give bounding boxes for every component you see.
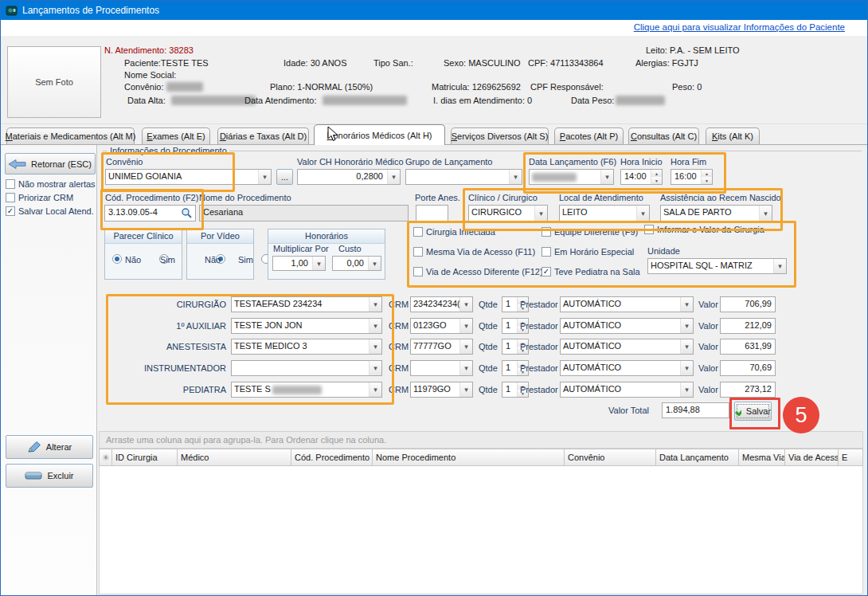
valor-field[interactable]: 706,99: [720, 296, 776, 312]
local-atendimento-combo[interactable]: LEITO ▾: [559, 205, 650, 222]
patient-info-link[interactable]: Clique aqui para visualizar Informações …: [634, 22, 845, 32]
prestador-combo[interactable]: AUTOMÁTICO ▾: [560, 382, 694, 398]
convenio-combo[interactable]: UNIMED GOIANIA ▾: [105, 169, 272, 185]
search-icon[interactable]: [181, 207, 193, 219]
chevron-down-icon[interactable]: ▾: [312, 257, 325, 270]
team-name-combo-cirurgiao[interactable]: TESTAEFASD 234234 ▾: [231, 296, 382, 312]
retornar-button[interactable]: Retornar (ESC): [5, 153, 96, 174]
tab-exames[interactable]: Exames (Alt E): [142, 127, 210, 144]
chevron-down-icon[interactable]: ▾: [387, 170, 400, 184]
team-name-combo-auxiliar[interactable]: TESTE JON JON ▾: [231, 318, 382, 334]
unidade-combo[interactable]: HOSPITAL SQL - MATRIZ ▾: [647, 258, 787, 274]
chevron-down-icon[interactable]: ▾: [459, 297, 472, 312]
tab-kits[interactable]: Kits (Alt K): [706, 127, 760, 144]
grid-column-data-lancamento[interactable]: Data Lançamento: [656, 449, 739, 466]
valor-field[interactable]: 70,69: [720, 360, 776, 376]
alterar-button[interactable]: Alterar: [6, 435, 93, 459]
team-name-combo-instrumentador[interactable]: ▾: [231, 360, 382, 376]
prestador-combo[interactable]: AUTOMÁTICO ▾: [560, 318, 694, 334]
chevron-down-icon[interactable]: ▾: [680, 339, 693, 354]
checkbox-teve-pediatra[interactable]: ✓ Teve Pediatra na Sala: [542, 267, 640, 276]
checkbox-informar-valor[interactable]: Informar o Valor da Cirurgia: [644, 225, 764, 234]
tab-servicos[interactable]: Serviços Diversos (Alt S): [451, 127, 549, 144]
tab-pacotes[interactable]: Pacotes (Alt P): [554, 127, 624, 144]
valor-field[interactable]: 212,09: [720, 318, 776, 334]
chevron-down-icon[interactable]: ▾: [369, 319, 381, 333]
checkbox-horario-especial[interactable]: Em Horário Especial: [542, 247, 634, 257]
checkbox-priorizar-crm[interactable]: Priorizar CRM: [6, 193, 73, 202]
grid-column-id-cirurgia[interactable]: ID Cirurgia: [112, 449, 178, 466]
grid-column-convenio[interactable]: Convênio: [565, 449, 656, 466]
chevron-down-icon[interactable]: ▾: [680, 297, 693, 312]
chevron-down-icon[interactable]: ▾: [368, 257, 381, 270]
prestador-combo[interactable]: AUTOMÁTICO ▾: [560, 296, 694, 312]
chevron-down-icon[interactable]: ▾: [680, 319, 693, 333]
chevron-down-icon[interactable]: ▾: [636, 206, 649, 221]
hora-inicio-spinner[interactable]: 14:00 ▲▼: [620, 169, 663, 185]
parecer-nao-radio[interactable]: [112, 254, 122, 264]
chevron-down-icon[interactable]: ▾: [534, 206, 547, 221]
grid-column-via-acesso[interactable]: Via de Acesso: [785, 449, 839, 466]
chevron-down-icon[interactable]: ▾: [509, 170, 522, 184]
chevron-down-icon[interactable]: ▾: [773, 259, 786, 273]
checkbox-equipe-diferente[interactable]: Equipe Diferente (F9): [542, 227, 638, 237]
chevron-down-icon[interactable]: ▾: [258, 170, 271, 184]
team-name-combo-pediatra[interactable]: TESTE S ▾: [231, 382, 382, 398]
checkbox-cirurgia-infectada[interactable]: Cirurgia Infectada: [413, 227, 495, 237]
checkbox-via-diferente[interactable]: Via de Acesso Diferente (F12): [413, 267, 543, 276]
prestador-combo[interactable]: AUTOMÁTICO ▾: [560, 339, 694, 355]
valor-field[interactable]: 273,12: [720, 382, 776, 398]
grupo-lancamento-combo[interactable]: ▾: [405, 169, 522, 185]
chevron-down-icon[interactable]: ▾: [680, 361, 693, 375]
team-name-combo-anestesista[interactable]: TESTE MEDICO 3 ▾: [231, 339, 382, 355]
chevron-down-icon[interactable]: ▾: [459, 361, 472, 375]
chevron-down-icon[interactable]: ▾: [459, 319, 472, 333]
chevron-down-icon[interactable]: ▾: [680, 382, 693, 397]
hora-fim-spinner[interactable]: 16:00 ▲▼: [671, 169, 713, 185]
crm-combo[interactable]: ▾: [410, 360, 473, 376]
assistencia-rn-combo[interactable]: SALA DE PARTO ▾: [660, 205, 772, 222]
valor-field[interactable]: 631,99: [720, 339, 776, 355]
chevron-down-icon[interactable]: ▾: [369, 361, 381, 375]
chevron-down-icon[interactable]: ▾: [369, 339, 381, 354]
grid-group-hint[interactable]: Arraste uma coluna aqui para agrupa-la. …: [99, 431, 863, 449]
tab-diarias[interactable]: Diárias e Taxas (Alt D): [217, 127, 309, 144]
convenio-browse-button[interactable]: ...: [276, 169, 293, 185]
data-lancamento-combo[interactable]: ▾: [529, 169, 614, 185]
porte-anes-field[interactable]: [416, 205, 448, 222]
chevron-down-icon[interactable]: ▾: [369, 297, 381, 312]
chevron-down-icon[interactable]: ▾: [369, 382, 381, 397]
clinico-cirurgico-combo[interactable]: CIRURGICO ▾: [468, 205, 548, 222]
prestador-combo[interactable]: AUTOMÁTICO ▾: [560, 360, 694, 376]
tab-materiais[interactable]: Materiais e Medicamentos (Alt M): [6, 127, 135, 144]
grid-column-medico[interactable]: Médico: [178, 449, 291, 466]
grid-body[interactable]: [99, 466, 863, 594]
multiplicar-por-combo[interactable]: 1,00 ▾: [272, 256, 326, 271]
spin-up-icon[interactable]: ▲: [702, 170, 712, 177]
grid-column-truncated[interactable]: E: [839, 449, 863, 466]
atendimento-number: N. Atendimento: 38283: [104, 45, 194, 55]
chevron-down-icon[interactable]: ▾: [600, 170, 613, 184]
tab-consultas[interactable]: Consultas (Alt C): [628, 127, 699, 144]
salvar-button[interactable]: Salvar: [734, 402, 772, 421]
custo-combo[interactable]: 0,00 ▾: [332, 256, 381, 271]
crm-combo[interactable]: 0123GO ▾: [410, 318, 473, 334]
checkbox-salvar-local-atend[interactable]: ✓ Salvar Local Atend.: [6, 206, 94, 216]
tab-honorarios-medicos[interactable]: Honorários Médicos (Alt H): [314, 124, 445, 145]
checkbox-nao-mostrar-alertas[interactable]: Não mostrar alertas: [6, 179, 96, 189]
excluir-button[interactable]: Excluir: [6, 464, 93, 488]
spin-down-icon[interactable]: ▼: [702, 177, 712, 184]
valor-ch-combo[interactable]: 0,2800 ▾: [297, 169, 401, 185]
chevron-down-icon[interactable]: ▾: [759, 206, 772, 221]
spin-up-icon[interactable]: ▲: [651, 170, 662, 177]
checkbox-mesma-via[interactable]: Mesma Via de Acesso (F11): [413, 247, 535, 257]
chevron-down-icon[interactable]: ▾: [459, 339, 472, 354]
crm-combo[interactable]: 11979GO ▾: [410, 382, 473, 398]
grid-column-cod-procedimento[interactable]: Cód. Procedimento: [291, 449, 373, 466]
grid-column-nome-procedimento[interactable]: Nome Procedimento: [373, 449, 565, 466]
chevron-down-icon[interactable]: ▾: [459, 382, 472, 397]
crm-combo[interactable]: 234234234( ▾: [410, 296, 473, 312]
crm-combo[interactable]: 77777GO ▾: [410, 339, 473, 355]
grid-column-mesma-via[interactable]: Mesma Via (: [739, 449, 785, 466]
spin-down-icon[interactable]: ▼: [651, 177, 662, 184]
